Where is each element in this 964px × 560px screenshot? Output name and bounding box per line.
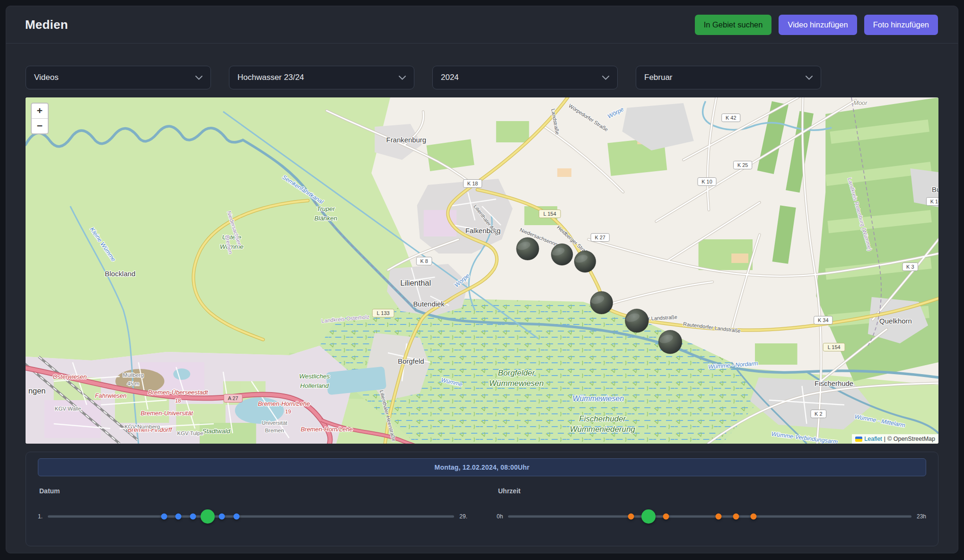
map-label: Moor bbox=[853, 99, 868, 106]
photo-marker[interactable] bbox=[625, 309, 649, 332]
search-in-area-button[interactable]: In Gebiet suchen bbox=[695, 15, 772, 35]
road-badge: K 18 bbox=[464, 180, 482, 188]
time-slider-track[interactable] bbox=[508, 516, 911, 518]
map-label: Bremen-Universität bbox=[140, 410, 193, 417]
svg-text:A 27: A 27 bbox=[228, 395, 238, 401]
date-slider[interactable] bbox=[48, 509, 454, 524]
slider-point[interactable] bbox=[233, 514, 239, 520]
svg-text:L 154: L 154 bbox=[543, 211, 556, 217]
slider-point[interactable] bbox=[716, 514, 722, 520]
svg-text:K 3: K 3 bbox=[906, 264, 914, 270]
map-label: KGV Tulpe bbox=[177, 430, 203, 436]
svg-text:K 8: K 8 bbox=[420, 258, 428, 264]
filter-year-select[interactable]: 2024 bbox=[432, 66, 618, 89]
map-label: Blockland bbox=[105, 270, 136, 278]
photo-marker[interactable] bbox=[658, 330, 682, 354]
time-min-label: 0h bbox=[497, 513, 503, 520]
time-slider-label: Uhrzeit bbox=[498, 487, 926, 495]
map-label: Butendiek bbox=[413, 300, 445, 308]
road-badge: A 27 bbox=[224, 394, 242, 402]
date-min-label: 1. bbox=[38, 513, 43, 520]
filter-month-select[interactable]: Februar bbox=[636, 66, 821, 89]
app-card: Medien In Gebiet suchen Video hinzufügen… bbox=[6, 6, 958, 553]
map-label: Bremen-Überseestadt bbox=[148, 389, 209, 396]
svg-text:K 25: K 25 bbox=[737, 162, 748, 168]
date-slider-track[interactable] bbox=[48, 516, 454, 518]
map-label: Borgfeld bbox=[398, 357, 424, 365]
map-label: Frankenburg bbox=[386, 136, 427, 144]
slider-point[interactable] bbox=[219, 514, 225, 520]
zoom-in-button[interactable]: + bbox=[32, 104, 48, 119]
attribution-separator: | bbox=[884, 436, 885, 442]
road-badge: K 25 bbox=[734, 161, 752, 169]
photo-marker[interactable] bbox=[590, 291, 613, 314]
filter-media-type-value: Videos bbox=[34, 73, 59, 82]
svg-text:K 2: K 2 bbox=[815, 411, 822, 417]
slider-point[interactable] bbox=[628, 514, 634, 520]
map-label: Fischerhude bbox=[815, 379, 853, 387]
date-max-label: 29. bbox=[459, 513, 467, 520]
map-canvas: FrankenburgFalkenbergLilienthalButendiek… bbox=[26, 97, 938, 444]
road-badge: K 16 bbox=[926, 198, 938, 206]
add-video-button[interactable]: Video hinzufügen bbox=[779, 15, 857, 35]
slider-selected-handle[interactable] bbox=[201, 509, 215, 524]
filter-event-value: Hochwasser 23/24 bbox=[237, 73, 304, 82]
road-badge: L 154 bbox=[539, 210, 561, 218]
page-title: Medien bbox=[25, 18, 68, 32]
leaflet-link[interactable]: Leaflet bbox=[864, 436, 882, 442]
svg-text:L 154: L 154 bbox=[828, 344, 841, 350]
road-badge: K 8 bbox=[416, 257, 432, 265]
slider-point[interactable] bbox=[175, 514, 182, 520]
photo-marker[interactable] bbox=[551, 244, 573, 265]
map-label: Wümmewiesen bbox=[572, 394, 624, 402]
slider-selected-handle[interactable] bbox=[641, 509, 656, 524]
road-badge: K 42 bbox=[722, 114, 740, 122]
road-badge: K 2 bbox=[811, 410, 826, 418]
svg-text:K 42: K 42 bbox=[726, 115, 736, 121]
photo-marker[interactable] bbox=[574, 251, 596, 272]
page-header: Medien In Gebiet suchen Video hinzufügen… bbox=[6, 6, 958, 44]
date-slider-label: Datum bbox=[39, 487, 467, 495]
time-slider-group: Uhrzeit 0h 23h bbox=[497, 484, 926, 524]
map-label: KGV Walle bbox=[55, 406, 81, 411]
slider-point[interactable] bbox=[161, 514, 167, 520]
svg-text:K 27: K 27 bbox=[595, 235, 605, 240]
time-slider[interactable] bbox=[508, 509, 911, 524]
add-photo-button[interactable]: Foto hinzufügen bbox=[864, 15, 938, 35]
filter-event-select[interactable]: Hochwasser 23/24 bbox=[229, 66, 414, 89]
chevron-down-icon bbox=[399, 76, 406, 80]
road-badge: K 27 bbox=[591, 234, 609, 242]
map-label: Lilienthal bbox=[400, 279, 431, 287]
header-actions: In Gebiet suchen Video hinzufügen Foto h… bbox=[695, 15, 938, 35]
map-label: Bremen-Horn/Lehe bbox=[301, 426, 353, 433]
map-label: Bremen-Horn/Lehe bbox=[258, 400, 310, 407]
slider-point[interactable] bbox=[190, 514, 196, 520]
photo-marker[interactable] bbox=[516, 237, 539, 260]
filter-media-type-select[interactable]: Videos bbox=[26, 66, 211, 89]
map-label: Stadtwald bbox=[202, 428, 230, 435]
timeline-panel: Montag, 12.02.2024, 08:00Uhr Datum 1. 29… bbox=[26, 452, 938, 546]
slider-point[interactable] bbox=[751, 514, 757, 520]
road-badge: K 34 bbox=[814, 316, 833, 324]
map-label: Quelkhorn bbox=[879, 317, 912, 325]
chevron-down-icon bbox=[806, 76, 813, 80]
map-label: 18 bbox=[175, 398, 181, 403]
map[interactable]: FrankenburgFalkenbergLilienthalButendiek… bbox=[26, 97, 938, 444]
filter-month-value: Februar bbox=[644, 73, 673, 82]
osm-attribution: © OpenStreetMap bbox=[887, 436, 935, 442]
zoom-out-button[interactable]: − bbox=[32, 119, 48, 133]
svg-text:K 18: K 18 bbox=[467, 181, 478, 186]
chevron-down-icon bbox=[195, 76, 202, 80]
time-max-label: 23h bbox=[917, 513, 926, 520]
road-badge: L 133 bbox=[372, 309, 394, 317]
road-badge: K 3 bbox=[903, 263, 918, 271]
map-label: KGV Nürnberg bbox=[124, 424, 160, 429]
chevron-down-icon bbox=[602, 76, 609, 80]
map-label: Fahrwiesen bbox=[95, 392, 127, 399]
date-slider-group: Datum 1. 29. bbox=[38, 484, 467, 524]
slider-point[interactable] bbox=[733, 514, 739, 520]
road-badge: K 10 bbox=[698, 178, 716, 186]
map-label: 19 bbox=[285, 409, 291, 414]
slider-point[interactable] bbox=[663, 514, 669, 520]
svg-text:K 16: K 16 bbox=[930, 199, 938, 204]
